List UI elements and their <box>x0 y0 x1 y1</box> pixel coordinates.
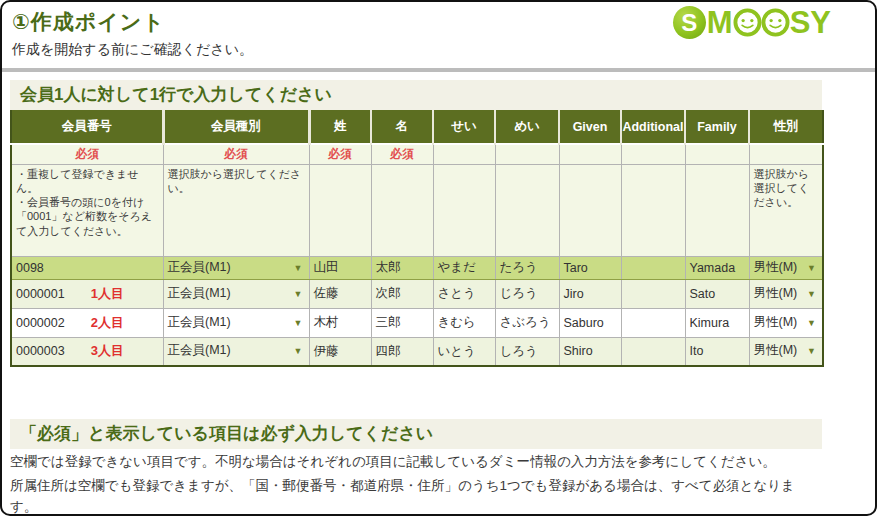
cell-additional[interactable] <box>621 337 685 366</box>
cell-family[interactable]: Kimura <box>685 308 749 337</box>
gender-dropdown[interactable]: ▼男性(M) <box>749 308 823 337</box>
col-header-member-no: 会員番号 <box>11 110 163 144</box>
table-row: 00000022人目 ▼正会員(M1) 木村 三郎 きむら さぶろう Sabur… <box>11 308 823 337</box>
cell-family[interactable]: Ito <box>685 337 749 366</box>
section2-line1: 空欄では登録できない項目です。不明な場合はそれぞれの項目に記載しているダミー情報… <box>10 452 822 473</box>
cell-mei[interactable]: 三郎 <box>371 308 433 337</box>
cell-member-no[interactable]: 00000033人目 <box>11 337 163 366</box>
cell-mei[interactable]: 四郎 <box>371 337 433 366</box>
hint-row: ・重複して登録できません。 ・会員番号の頭に0を付け「0001」など桁数をそろえ… <box>11 164 823 256</box>
cell-member-no[interactable]: 00000011人目 <box>11 279 163 308</box>
cell-family[interactable]: Yamada <box>685 256 749 279</box>
required-badge: 必須 <box>371 144 433 164</box>
required-badge: 必須 <box>163 144 309 164</box>
cell-given[interactable]: Shiro <box>559 337 621 366</box>
col-header-sei-kana: せい <box>433 110 495 144</box>
chevron-down-icon: ▼ <box>294 285 305 303</box>
cell-mei-kana[interactable]: じろう <box>495 279 559 308</box>
smoosy-logo: S M SY <box>673 6 831 39</box>
gender-dropdown[interactable]: ▼男性(M) <box>749 256 823 279</box>
section-entry-rules: 会員1人に対して1行で入力してください 会員番号 会員種別 姓 名 せい めい … <box>10 80 822 367</box>
cell-additional[interactable] <box>621 308 685 337</box>
table-header-row: 会員番号 会員種別 姓 名 せい めい Given Additional Fam… <box>11 110 823 144</box>
person-3-label: 3人目 <box>91 343 124 358</box>
chevron-down-icon: ▼ <box>294 259 305 277</box>
cell-mei[interactable]: 次郎 <box>371 279 433 308</box>
smiley-o-icon <box>733 8 762 37</box>
cell-mei-kana[interactable]: たろう <box>495 256 559 279</box>
cell-additional[interactable] <box>621 279 685 308</box>
cell-sei[interactable]: 佐藤 <box>309 279 371 308</box>
col-header-gender: 性別 <box>749 110 823 144</box>
section2-line2: 所属住所は空欄でも登録できますが、「国・郵便番号・都道府県・住所」のうち1つでも… <box>10 476 822 516</box>
cell-additional[interactable] <box>621 256 685 279</box>
cell-member-no[interactable]: 00000022人目 <box>11 308 163 337</box>
gender-dropdown[interactable]: ▼男性(M) <box>749 279 823 308</box>
screenshot-frame: ①作成ポイント S M SY 作成を開始する前にご確認ください。 会員1人に対し… <box>0 0 877 516</box>
cell-given[interactable]: Taro <box>559 256 621 279</box>
logo-letter-m: M <box>707 6 733 39</box>
page-header: ①作成ポイント S M SY 作成を開始する前にご確認ください。 <box>2 2 875 59</box>
section1-heading: 会員1人に対して1行で入力してください <box>10 80 822 110</box>
chevron-down-icon: ▼ <box>807 314 818 332</box>
cell-sei-kana[interactable]: やまだ <box>433 256 495 279</box>
hint-member-no: ・重複して登録できません。 ・会員番号の頭に0を付け「0001」など桁数をそろえ… <box>11 164 163 256</box>
member-type-dropdown[interactable]: ▼正会員(M1) <box>163 256 309 279</box>
required-badge: 必須 <box>309 144 371 164</box>
cell-sei-kana[interactable]: きむら <box>433 308 495 337</box>
col-header-sei: 姓 <box>309 110 371 144</box>
table-row: 00000011人目 ▼正会員(M1) 佐藤 次郎 さとう じろう Jiro S… <box>11 279 823 308</box>
cell-sei[interactable]: 木村 <box>309 308 371 337</box>
page-subtitle: 作成を開始する前にご確認ください。 <box>12 41 863 59</box>
member-entry-table: 会員番号 会員種別 姓 名 せい めい Given Additional Fam… <box>10 110 824 367</box>
spacer <box>2 367 875 411</box>
member-type-dropdown[interactable]: ▼正会員(M1) <box>163 279 309 308</box>
chevron-down-icon: ▼ <box>807 342 818 360</box>
hint-member-type: 選択肢から選択してください。 <box>163 164 309 256</box>
member-type-dropdown[interactable]: ▼正会員(M1) <box>163 337 309 366</box>
cell-mei-kana[interactable]: しろう <box>495 337 559 366</box>
gender-dropdown[interactable]: ▼男性(M) <box>749 337 823 366</box>
chevron-down-icon: ▼ <box>807 285 818 303</box>
smiley-o-icon <box>761 8 790 37</box>
cell-sei-kana[interactable]: いとう <box>433 337 495 366</box>
cell-family[interactable]: Sato <box>685 279 749 308</box>
cell-member-no[interactable]: 0098 <box>11 256 163 279</box>
section2-heading: 「必須」と表示している項目は必ず入力してください <box>10 419 822 449</box>
member-type-dropdown[interactable]: ▼正会員(M1) <box>163 308 309 337</box>
logo-s-badge-icon: S <box>673 6 706 39</box>
logo-letters-sy: SY <box>790 6 831 39</box>
horizontal-divider <box>2 68 875 72</box>
col-header-mei-kana: めい <box>495 110 559 144</box>
cell-mei[interactable]: 太郎 <box>371 256 433 279</box>
col-header-mei: 名 <box>371 110 433 144</box>
sample-row: 0098 ▼正会員(M1) 山田 太郎 やまだ たろう Taro Yamada … <box>11 256 823 279</box>
section-required-rules: 「必須」と表示している項目は必ず入力してください <box>10 419 822 449</box>
col-header-additional: Additional <box>621 110 685 144</box>
cell-given[interactable]: Saburo <box>559 308 621 337</box>
col-header-member-type: 会員種別 <box>163 110 309 144</box>
hint-gender: 選択肢から選択してください。 <box>749 164 823 256</box>
chevron-down-icon: ▼ <box>294 314 305 332</box>
col-header-given: Given <box>559 110 621 144</box>
required-badge: 必須 <box>11 144 163 164</box>
col-header-family: Family <box>685 110 749 144</box>
required-row: 必須 必須 必須 必須 <box>11 144 823 164</box>
cell-sei[interactable]: 山田 <box>309 256 371 279</box>
chevron-down-icon: ▼ <box>807 259 818 277</box>
person-2-label: 2人目 <box>91 315 124 330</box>
cell-mei-kana[interactable]: さぶろう <box>495 308 559 337</box>
table-row: 00000033人目 ▼正会員(M1) 伊藤 四郎 いとう しろう Shiro … <box>11 337 823 366</box>
cell-given[interactable]: Jiro <box>559 279 621 308</box>
chevron-down-icon: ▼ <box>294 342 305 360</box>
cell-sei-kana[interactable]: さとう <box>433 279 495 308</box>
person-1-label: 1人目 <box>91 286 124 301</box>
cell-sei[interactable]: 伊藤 <box>309 337 371 366</box>
